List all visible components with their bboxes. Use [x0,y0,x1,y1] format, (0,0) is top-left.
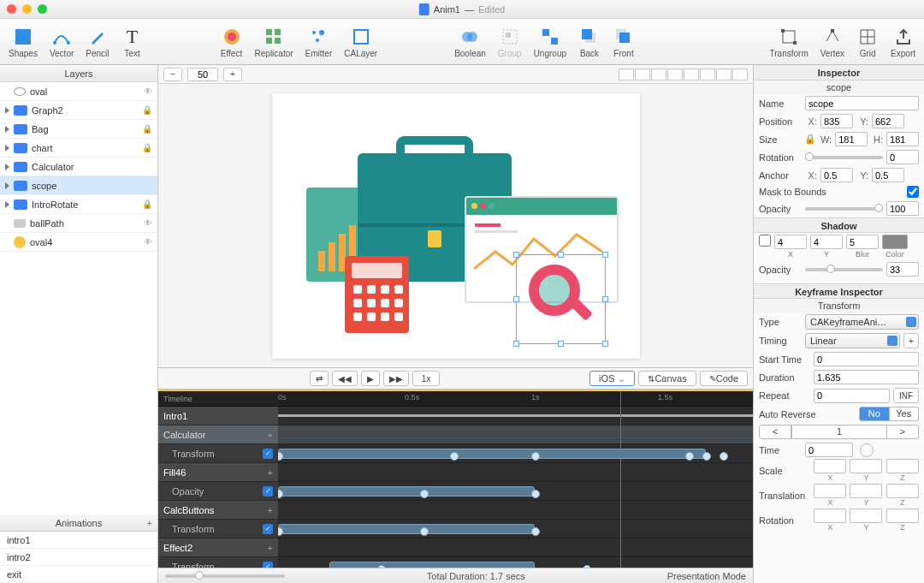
shadow-blur-field[interactable] [846,235,879,249]
effect-tool[interactable]: Effect [221,26,243,58]
timeline-name-row[interactable]: CalcButtons+ [158,501,278,520]
time-picker-icon[interactable] [860,443,874,457]
layer-row[interactable]: IntroRotate🔒 [0,195,157,214]
group-tool[interactable]: Group [498,26,522,58]
visibility-icon[interactable]: 👁 [144,218,152,228]
timeline-name-row[interactable]: Effect2+ [158,538,278,557]
layer-row[interactable]: Bag🔒 [0,120,157,139]
keyframe-marker[interactable] [702,452,711,461]
align-left-button[interactable] [619,68,634,80]
canvas-toggle[interactable]: ⇅ Canvas [638,371,696,386]
animation-row[interactable]: intro2 [0,549,157,566]
timeline-track[interactable] [278,463,753,482]
rotation-z-field[interactable] [886,509,919,523]
timeline-name-row[interactable]: Opacity✓ [158,482,278,501]
timeline-zoom-slider[interactable] [165,574,285,578]
timeline-track[interactable] [278,501,753,520]
opacity-slider[interactable] [805,207,883,211]
start-time-field[interactable] [814,352,919,366]
position-x-field[interactable] [820,114,853,128]
timeline-name-row[interactable]: Intro1 [158,407,278,425]
repeat-field[interactable] [814,389,890,403]
type-select[interactable]: CAKeyframeAni… [805,314,919,330]
opacity-field[interactable] [886,201,919,216]
add-track-button[interactable]: + [268,467,273,478]
lock-icon[interactable]: 🔒 [142,124,152,134]
transform-tool[interactable]: Transform [770,26,808,58]
track-segment[interactable] [278,486,535,497]
keyframe-marker[interactable] [278,452,283,461]
visibility-icon[interactable]: 👁 [144,86,152,96]
layer-row[interactable]: oval4👁 [0,233,157,252]
timeline-name-row[interactable]: Calculator+ [158,425,278,444]
shadow-opacity-slider[interactable] [805,268,883,271]
keyframe-marker[interactable] [531,452,540,461]
layer-row[interactable]: ballPath👁 [0,214,157,233]
timeline-track[interactable] [278,557,753,568]
animation-row[interactable]: intro1 [0,532,157,549]
track-segment[interactable] [329,562,535,568]
lock-aspect-icon[interactable]: 🔒 [804,134,816,145]
scale-y-field[interactable] [850,459,882,473]
keyframe-marker[interactable] [685,452,694,461]
keyframe-prev-button[interactable]: < [759,425,791,439]
visibility-icon[interactable]: 👁 [144,237,152,247]
vector-tool[interactable]: Vector [50,26,74,58]
align-middle-button[interactable] [684,68,699,80]
rotation-slider[interactable] [805,156,883,159]
loop-button[interactable]: ⇄ [310,371,329,386]
add-animation-button[interactable]: + [147,518,152,528]
lock-icon[interactable]: 🔒 [142,199,152,209]
layer-row[interactable]: oval👁 [0,82,157,101]
duration-field[interactable] [814,370,919,384]
mask-to-bounds-checkbox[interactable] [907,186,919,198]
timeline-name-row[interactable]: Transform✓ [158,520,278,538]
timeline-track[interactable] [278,444,753,463]
size-h-field[interactable] [886,132,919,146]
add-track-button[interactable]: + [268,430,273,440]
disclosure-icon[interactable] [5,164,9,170]
align-center-button[interactable] [635,68,650,80]
canvas-area[interactable] [158,84,753,367]
back-tool[interactable]: Back [578,26,601,58]
lock-icon[interactable]: 🔒 [142,105,152,115]
zoom-field[interactable]: 50 [187,68,218,81]
track-enabled-checkbox[interactable]: ✓ [263,524,273,534]
boolean-tool[interactable]: Boolean [454,26,486,58]
canvas[interactable] [272,93,640,359]
zoom-in-button[interactable]: + [223,68,242,81]
vertex-tool[interactable]: Vertex [820,26,844,58]
size-w-field[interactable] [835,132,868,146]
keyframe-next-button[interactable]: > [887,425,919,439]
anchor-x-field[interactable] [820,168,853,182]
autoreverse-yes[interactable]: Yes [890,407,920,421]
rotation-y-field[interactable] [850,509,882,523]
rewind-button[interactable]: ◀◀ [332,371,358,386]
anchor-y-field[interactable] [872,168,904,182]
animation-row[interactable]: exit [0,566,157,583]
timeline-track[interactable] [278,482,753,501]
translation-y-field[interactable] [850,484,882,498]
playhead-marker[interactable] [620,391,621,568]
timeline-ruler[interactable]: 0s0.5s1s1.5s2s2.5s [278,391,753,407]
keyframe-marker[interactable] [278,527,283,536]
timeline-track[interactable] [278,538,753,557]
timeline-name-row[interactable]: Fill46+ [158,463,278,482]
selection-box[interactable] [516,254,606,344]
shadow-color-swatch[interactable] [882,235,908,249]
shadow-opacity-field[interactable] [886,262,919,277]
rotation-x-field[interactable] [814,509,846,523]
front-tool[interactable]: Front [613,26,635,58]
layer-row[interactable]: chart🔒 [0,139,157,158]
name-field[interactable] [805,96,919,110]
keyframe-marker[interactable] [720,452,728,461]
code-button[interactable]: ✎ Code [700,371,748,386]
keyframe-marker[interactable] [420,490,429,498]
track-segment[interactable] [278,449,706,459]
add-track-button[interactable]: + [268,543,273,553]
track-segment[interactable] [278,524,535,534]
add-track-button[interactable]: + [268,505,273,515]
disclosure-icon[interactable] [5,182,9,189]
timing-select[interactable]: Linear [805,333,900,348]
minimize-window-button[interactable] [22,4,32,14]
